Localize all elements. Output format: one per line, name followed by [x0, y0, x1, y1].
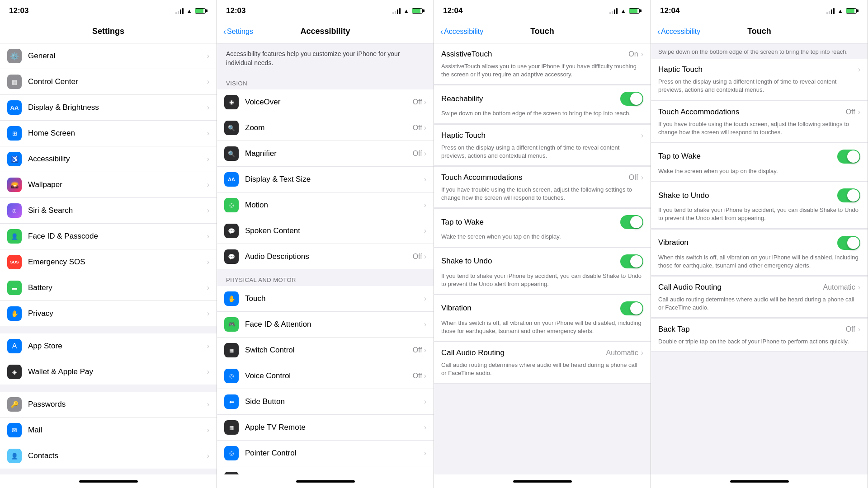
reachability-toggle[interactable] — [620, 92, 643, 106]
assistivetouch-header[interactable]: AssistiveTouch On › — [434, 43, 651, 62]
tap-wake-toggle-2[interactable] — [837, 150, 860, 164]
general-icon: ⚙️ — [7, 49, 22, 63]
time-2: 12:03 — [226, 6, 245, 15]
call-audio-desc: Call audio routing determines where audi… — [434, 361, 651, 383]
battery-icon-2 — [412, 8, 425, 14]
vibration-header-2[interactable]: Vibration — [651, 230, 868, 253]
contacts-icon: 👤 — [7, 449, 22, 463]
shake-undo-header-2[interactable]: Shake to Undo — [651, 182, 868, 206]
item-home-screen[interactable]: ⊞ Home Screen › — [0, 121, 217, 146]
item-keyboards[interactable]: ⌨ Keyboards › — [217, 466, 434, 474]
touch-item-accommodations: Touch Accommodations Off › If you have t… — [434, 167, 651, 208]
back-tap-header[interactable]: Back Tap Off › — [651, 319, 868, 338]
vibration-toggle-2[interactable] — [837, 236, 860, 250]
battery-icon-4 — [846, 8, 859, 14]
item-display-brightness[interactable]: AA Display & Brightness › — [0, 95, 217, 121]
touch-item-call-audio-2: Call Audio Routing Automatic › Call audi… — [651, 277, 868, 318]
touch-item-haptic: Haptic Touch › Press on the display usin… — [434, 125, 651, 166]
item-audio-descriptions[interactable]: 💬 Audio Descriptions Off› — [217, 244, 434, 269]
item-control-center[interactable]: ▦ Control Center › — [0, 69, 217, 95]
home-bar-4 — [730, 480, 789, 483]
item-privacy[interactable]: ✋ Privacy › — [0, 301, 217, 326]
accommodations-header[interactable]: Touch Accommodations Off › — [434, 167, 651, 186]
nav-title-3: Touch — [530, 27, 554, 36]
nav-bar-3: ‹ Accessibility Touch — [434, 20, 651, 43]
touch-section-back-tap: Back Tap Off › Double or triple tap on t… — [651, 319, 868, 352]
touch-section-call-audio-2: Call Audio Routing Automatic › Call audi… — [651, 277, 868, 318]
item-zoom[interactable]: 🔍 Zoom Off› — [217, 115, 434, 141]
reachability-header[interactable]: Reachability — [434, 85, 651, 109]
item-magnifier[interactable]: 🔍 Magnifier Off› — [217, 141, 434, 167]
item-battery[interactable]: ▬ Battery › — [0, 275, 217, 301]
accommodations-header-2[interactable]: Touch Accommodations Off › — [651, 101, 868, 120]
item-motion[interactable]: ◎ Motion › — [217, 192, 434, 218]
vibration-header[interactable]: Vibration — [434, 295, 651, 319]
home-bar-1 — [79, 480, 138, 483]
item-emergency-sos[interactable]: SOS Emergency SOS › — [0, 249, 217, 275]
call-audio-desc-2: Call audio routing determines where audi… — [651, 296, 868, 317]
home-indicator-2 — [217, 474, 434, 488]
vibration-toggle[interactable] — [620, 301, 643, 315]
item-display-text-size[interactable]: AA Display & Text Size › — [217, 167, 434, 192]
item-apple-tv-remote[interactable]: ▦ Apple TV Remote › — [217, 415, 434, 441]
item-switch-control[interactable]: ▦ Switch Control Off› — [217, 338, 434, 363]
nav-bar-2: ‹ Settings Accessibility — [217, 20, 434, 43]
item-wallet[interactable]: ◈ Wallet & Apple Pay › — [0, 359, 217, 385]
back-to-accessibility-3[interactable]: ‹ Accessibility — [440, 28, 483, 36]
settings-list-1[interactable]: ⚙️ General › ▦ Control Center › AA Displ… — [0, 43, 217, 474]
home-bar-2 — [296, 480, 355, 483]
tap-wake-desc-2: Wake the screen when you tap on the disp… — [651, 167, 868, 181]
status-bar-4: 12:04 ▲ — [651, 0, 868, 20]
item-general[interactable]: ⚙️ General › — [0, 43, 217, 69]
touch-item-call-audio: Call Audio Routing Automatic › Call audi… — [434, 342, 651, 383]
tap-wake-header-2[interactable]: Tap to Wake — [651, 143, 868, 167]
touch-section-reachability: Reachability Swipe down on the bottom ed… — [434, 85, 651, 123]
item-accessibility[interactable]: ♿ Accessibility › — [0, 146, 217, 172]
touch-list[interactable]: AssistiveTouch On › AssistiveTouch allow… — [434, 43, 651, 474]
touch-item-tap-wake: Tap to Wake Wake the screen when you tap… — [434, 209, 651, 247]
privacy-icon: ✋ — [7, 306, 22, 321]
haptic-header-2[interactable]: Haptic Touch › — [651, 59, 868, 78]
audio-desc-icon: 💬 — [224, 249, 239, 264]
item-spoken-content[interactable]: 💬 Spoken Content › — [217, 218, 434, 244]
tap-wake-header[interactable]: Tap to Wake — [434, 209, 651, 233]
item-contacts[interactable]: 👤 Contacts › — [0, 443, 217, 469]
status-bar-2: 12:03 ▲ — [217, 0, 434, 20]
haptic-header[interactable]: Haptic Touch › — [434, 125, 651, 144]
item-faceid-attention[interactable]: 🎮 Face ID & Attention › — [217, 312, 434, 338]
home-bar-3 — [513, 480, 572, 483]
accessibility-icon: ♿ — [7, 152, 22, 166]
accessibility-list[interactable]: Accessibility features help you customiz… — [217, 43, 434, 474]
wifi-icon-2: ▲ — [403, 8, 409, 14]
item-app-store[interactable]: A App Store › — [0, 333, 217, 359]
item-mail[interactable]: ✉ Mail › — [0, 418, 217, 443]
back-to-accessibility-4[interactable]: ‹ Accessibility — [657, 28, 700, 36]
status-icons-3: ▲ — [609, 8, 642, 14]
item-touch[interactable]: ✋ Touch › — [217, 286, 434, 312]
item-wallpaper[interactable]: 🌄 Wallpaper › — [0, 172, 217, 198]
assistivetouch-desc: AssistiveTouch allows you to use your iP… — [434, 62, 651, 84]
battery-settings-icon: ▬ — [7, 281, 22, 295]
item-faceid-passcode[interactable]: 👤 Face ID & Passcode › — [0, 224, 217, 249]
call-audio-header[interactable]: Call Audio Routing Automatic › — [434, 342, 651, 361]
vibration-desc: When this switch is off, all vibration o… — [434, 319, 651, 341]
back-to-settings[interactable]: ‹ Settings — [223, 28, 253, 36]
item-voiceover[interactable]: ◉ VoiceOver Off› — [217, 89, 434, 115]
voice-control-icon: ◎ — [224, 369, 239, 383]
status-icons-2: ▲ — [392, 8, 425, 14]
item-side-button[interactable]: ⬅ Side Button › — [217, 389, 434, 415]
tap-wake-toggle[interactable] — [620, 215, 643, 229]
touch-list-scrolled[interactable]: Swipe down on the bottom edge of the scr… — [651, 43, 868, 474]
item-siri-search[interactable]: ◎ Siri & Search › — [0, 198, 217, 224]
shake-undo-toggle-2[interactable] — [837, 188, 860, 202]
call-audio-header-2[interactable]: Call Audio Routing Automatic › — [651, 277, 868, 296]
magnifier-icon: 🔍 — [224, 146, 239, 161]
control-center-icon: ▦ — [7, 75, 22, 89]
touch-section-shake-undo: Shake to Undo If you tend to shake your … — [434, 248, 651, 294]
item-voice-control[interactable]: ◎ Voice Control Off› — [217, 363, 434, 389]
item-pointer-control[interactable]: ◎ Pointer Control › — [217, 441, 434, 466]
shake-undo-toggle[interactable] — [620, 254, 643, 268]
item-passwords[interactable]: 🔑 Passwords › — [0, 392, 217, 418]
partial-reachability-text: Swipe down on the bottom edge of the scr… — [651, 43, 868, 59]
shake-undo-header[interactable]: Shake to Undo — [434, 248, 651, 272]
